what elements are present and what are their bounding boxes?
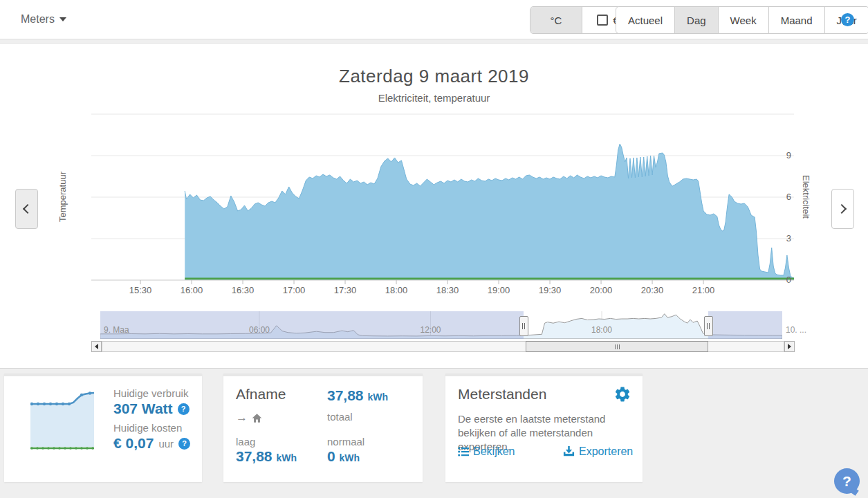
arrow-right-icon: →	[236, 411, 248, 425]
chart-title: Zaterdag 9 maart 2019	[0, 66, 868, 87]
current-usage-card: Huidige verbruik 307 Watt ? Huidige kost…	[4, 374, 202, 482]
page: Meters °C € ActueelDagWeekMaandJaar ? Za…	[0, 0, 868, 498]
checkbox-icon	[597, 15, 608, 26]
low-label: laag	[236, 436, 255, 448]
help-icon[interactable]: ?	[178, 403, 190, 415]
electricity-axis-label: Elektriciteit	[801, 135, 811, 259]
temperature-axis-label: Temperatuur	[57, 135, 68, 259]
y-axis-tick-label: 6	[764, 192, 791, 202]
navigator-next-day-label: 10. ...	[786, 325, 806, 335]
x-axis-tick-label: 16:00	[171, 285, 212, 295]
help-icon[interactable]: ?	[178, 438, 190, 450]
afname-card: Afname → 37,88 kWh totaal laag 37,88 kWh…	[223, 374, 423, 482]
y-axis-tick-label: 0	[764, 275, 791, 285]
x-axis-tick-label: 18:00	[376, 285, 417, 295]
topbar: Meters °C € ActueelDagWeekMaandJaar ?	[0, 0, 868, 39]
x-axis-tick-label: 20:30	[631, 285, 673, 295]
x-axis-tick-label: 18:30	[427, 285, 468, 295]
current-cost-suffix: uur	[158, 438, 174, 450]
current-usage-label: Huidige verbruik	[113, 387, 190, 399]
low-unit: kWh	[276, 452, 297, 463]
chevron-left-icon	[23, 204, 33, 214]
x-axis-tick-label: 16:30	[222, 285, 264, 295]
download-icon	[563, 446, 575, 457]
next-period-button[interactable]	[831, 189, 854, 229]
usage-sparkline	[30, 387, 94, 452]
afname-title: Afname	[236, 386, 286, 403]
scrollbar-right-arrow[interactable]	[784, 341, 795, 352]
total-unit: kWh	[367, 391, 388, 403]
chevron-down-icon	[59, 17, 66, 21]
x-axis-tick-label: 17:00	[273, 285, 315, 295]
x-axis-tick-label: 20:00	[580, 285, 622, 295]
x-axis-tick-label: 19:30	[529, 285, 571, 295]
range-tab-maand[interactable]: Maand	[768, 7, 824, 33]
export-link-label: Exporteren	[579, 445, 633, 458]
x-axis-tick-label: 19:00	[478, 285, 519, 295]
meterstanden-title: Meterstanden	[458, 386, 546, 403]
scrollbar-track[interactable]	[102, 341, 784, 352]
y-axis-tick-label: 9	[764, 150, 791, 160]
range-tab-actueel[interactable]: Actueel	[616, 7, 674, 33]
low-value: 37,88	[236, 448, 273, 464]
current-usage-value: 307 Watt	[113, 400, 173, 417]
navigator-handle-right[interactable]	[704, 316, 713, 336]
usage-stats: Huidige verbruik 307 Watt ? Huidige kost…	[113, 387, 190, 452]
scrollbar-left-arrow[interactable]	[91, 341, 102, 352]
view-link-label: Bekijken	[473, 445, 515, 458]
triangle-right-icon	[788, 344, 791, 349]
normal-unit: kWh	[340, 452, 360, 463]
house-icon	[251, 413, 263, 423]
meters-dropdown-label: Meters	[21, 13, 55, 26]
meters-dropdown[interactable]: Meters	[21, 0, 66, 39]
navigator-tick-label: 06:00	[239, 325, 280, 335]
navigator-tick-label: 9. Maa	[104, 325, 145, 335]
help-icon[interactable]: ?	[841, 13, 854, 26]
view-meter-readings-link[interactable]: Bekijken	[458, 445, 515, 458]
meterstanden-card: Meterstanden De eerste en laatste meters…	[445, 374, 643, 482]
x-axis-tick-label: 17:30	[324, 285, 366, 295]
list-icon	[458, 447, 469, 456]
export-meter-readings-link[interactable]: Exporteren	[563, 445, 633, 458]
total-label: totaal	[327, 411, 353, 423]
current-cost-label: Huidige kosten	[113, 422, 190, 434]
chart-subtitle: Elektriciteit, temperatuur	[0, 92, 868, 104]
x-axis-tick-label: 15:30	[120, 285, 161, 295]
help-bubble-button[interactable]: ?	[834, 468, 860, 494]
triangle-left-icon	[95, 344, 98, 349]
total-value: 37,88	[327, 387, 364, 403]
scrollbar-thumb[interactable]	[526, 341, 708, 352]
normal-value: 0	[327, 448, 335, 464]
range-tab-week[interactable]: Week	[718, 7, 768, 33]
navigator-handle-left[interactable]	[519, 316, 528, 336]
gear-icon[interactable]	[613, 385, 631, 403]
normal-label: normaal	[327, 436, 364, 448]
main-chart[interactable]	[91, 113, 794, 286]
previous-period-button[interactable]	[15, 189, 38, 229]
range-tab-dag[interactable]: Dag	[674, 7, 718, 33]
x-axis-tick-label: 21:00	[683, 285, 724, 295]
temperature-unit-button[interactable]: °C	[530, 7, 582, 33]
chevron-right-icon	[837, 204, 847, 214]
range-tab-group: ActueelDagWeekMaandJaar	[616, 6, 868, 34]
current-cost-value: € 0,07	[113, 435, 154, 452]
y-axis-tick-label: 3	[764, 233, 791, 243]
chart-panel: Zaterdag 9 maart 2019 Elektriciteit, tem…	[0, 43, 868, 369]
navigator-tick-label: 12:00	[410, 325, 452, 335]
temperature-unit-label: °C	[551, 15, 562, 26]
navigator-tick-label: 18:00	[581, 325, 622, 335]
